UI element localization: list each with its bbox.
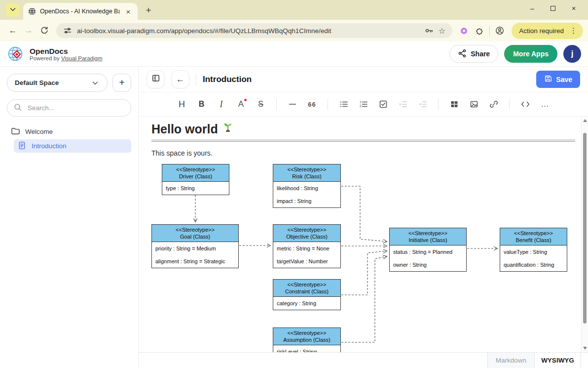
toolbar-link-icon[interactable] xyxy=(486,97,501,112)
uml-stereotype-label: <<Stereotype>> xyxy=(274,226,339,233)
toolbar-horizontal-rule-icon[interactable] xyxy=(285,97,300,112)
toolbar-italic-button[interactable]: I xyxy=(214,97,229,112)
uml-class-goal[interactable]: <<Stereotype>>Goal (Class)priority : Str… xyxy=(151,224,239,268)
subtitle-prefix: Powered by xyxy=(30,55,61,61)
action-required-button[interactable]: Action required ⋮ xyxy=(512,23,583,39)
document-header: ← Introduction Save xyxy=(139,67,588,92)
toggle-sidebar-button[interactable] xyxy=(147,70,165,88)
uml-class-assumption[interactable]: <<Stereotype>>Assumption (Class)riskLeve… xyxy=(273,327,341,352)
uml-class-initiative[interactable]: <<Stereotype>>Initiative (Class)status :… xyxy=(389,228,467,272)
space-selector[interactable]: Default Space xyxy=(7,74,108,92)
toolbar-strikethrough-button[interactable]: S xyxy=(253,97,268,112)
save-button[interactable]: Save xyxy=(536,71,580,88)
site-settings-icon[interactable] xyxy=(63,26,72,35)
toolbar-ordered-list-icon[interactable]: 12 xyxy=(356,97,371,112)
toolbar-task-list-icon[interactable] xyxy=(375,97,391,112)
toolbar-more-button[interactable]: … xyxy=(537,97,552,112)
uml-attribute: type : String xyxy=(162,182,229,195)
extension-ring-icon[interactable] xyxy=(461,28,467,34)
minimize-icon[interactable]: – xyxy=(522,0,543,17)
back-icon[interactable]: ← xyxy=(5,23,21,39)
sidebar-item-welcome[interactable]: Welcome xyxy=(7,125,131,138)
uml-class-name: Objective (Class) xyxy=(274,233,339,240)
doc-heading-text: Hello world xyxy=(151,122,218,136)
browser-tab[interactable]: OpenDocs - AI Knowledge Base × xyxy=(23,3,138,20)
toolbar-font-color-button[interactable]: A xyxy=(233,97,249,112)
maximize-icon[interactable] xyxy=(543,0,563,17)
toolbar-code-block-icon[interactable] xyxy=(517,97,533,112)
more-apps-button[interactable]: More Apps xyxy=(504,45,557,63)
toolbar-outdent-icon[interactable] xyxy=(415,97,430,112)
app-header: OpenDocs Powered by Visual Paradigm Shar… xyxy=(0,41,588,67)
url-text[interactable]: ai-toolbox.visual-paradigm.com/app/opend… xyxy=(77,27,420,35)
browser-menu-button[interactable] xyxy=(6,3,19,17)
back-button[interactable]: ← xyxy=(171,70,189,88)
tab-close-icon[interactable]: × xyxy=(124,7,133,16)
uml-class-risk[interactable]: <<Stereotype>>Risk (Class)likelihood : S… xyxy=(273,164,341,208)
editor-toolbar: HBIAS6612… xyxy=(139,92,588,117)
doc-heading[interactable]: Hello world 🌱 xyxy=(151,122,575,142)
bookmark-star-icon[interactable]: ☆ xyxy=(439,26,445,36)
space-selector-value: Default Space xyxy=(15,79,59,86)
uml-class-name: Driver (Class) xyxy=(163,173,228,180)
sidebar-item-introduction[interactable]: Introduction xyxy=(14,139,131,153)
search-input[interactable] xyxy=(27,104,125,112)
toolbar-divider xyxy=(438,99,439,110)
forward-icon[interactable]: → xyxy=(21,23,37,39)
extensions-puzzle-icon[interactable] xyxy=(475,26,484,35)
editor-scrollbar[interactable] xyxy=(581,117,588,352)
toolbar-bullet-list-icon[interactable] xyxy=(336,97,351,112)
toolbar-indent-icon[interactable] xyxy=(395,97,410,112)
more-apps-label: More Apps xyxy=(513,50,549,58)
browser-kebab-menu-icon[interactable]: ⋮ xyxy=(568,26,579,35)
tab-wysiwyg[interactable]: WYSIWYG xyxy=(534,353,581,368)
search-box[interactable] xyxy=(7,99,131,117)
toolbar-image-icon[interactable] xyxy=(466,97,481,112)
uml-class-constraint[interactable]: <<Stereotype>>Constraint (Class)category… xyxy=(273,279,341,310)
uml-class-header: <<Stereotype>>Benefit (Class) xyxy=(500,228,567,245)
uml-class-header: <<Stereotype>>Objective (Class) xyxy=(273,225,340,242)
svg-text:1: 1 xyxy=(360,100,362,104)
address-bar[interactable]: ai-toolbox.visual-paradigm.com/app/opend… xyxy=(56,23,452,38)
profile-icon[interactable] xyxy=(495,26,504,35)
uml-class-name: Goal (Class) xyxy=(153,233,237,240)
toolbar-divider xyxy=(509,99,510,110)
document-icon xyxy=(18,141,26,151)
visual-paradigm-link[interactable]: Visual Paradigm xyxy=(61,55,103,61)
toolbar-heading-button[interactable]: H xyxy=(174,97,189,112)
window-controls: – × xyxy=(522,0,584,17)
uml-class-attributes: valueType : Stringquantification : Strin… xyxy=(500,245,567,271)
uml-diagram[interactable]: <<Stereotype>>Driver (Class)type : Strin… xyxy=(151,161,571,352)
doc-paragraph[interactable]: This space is yours. xyxy=(151,149,575,157)
scroll-up-icon[interactable] xyxy=(583,119,587,122)
uml-stereotype-label: <<Stereotype>> xyxy=(274,281,339,288)
uml-class-name: Assumption (Class) xyxy=(274,336,339,343)
uml-attribute: priority : String = Medium xyxy=(152,242,238,255)
share-label: Share xyxy=(471,50,490,58)
close-icon[interactable]: × xyxy=(563,0,584,17)
reload-icon[interactable] xyxy=(37,23,52,39)
tab-markdown[interactable]: Markdown xyxy=(487,353,534,368)
uml-class-attributes: priority : String = Mediumalignment : St… xyxy=(152,242,238,268)
uml-stereotype-label: <<Stereotype>> xyxy=(274,329,339,336)
password-key-icon[interactable] xyxy=(425,26,434,35)
share-button[interactable]: Share xyxy=(449,45,498,63)
uml-class-header: <<Stereotype>>Risk (Class) xyxy=(273,164,340,182)
add-space-button[interactable]: + xyxy=(112,74,131,92)
uml-attribute: riskLevel : String xyxy=(273,345,340,352)
opendocs-logo-icon xyxy=(7,45,25,63)
editor-canvas[interactable]: Hello world 🌱 This space is yours. <<Ste… xyxy=(139,117,581,352)
uml-class-objective[interactable]: <<Stereotype>>Objective (Class)metric : … xyxy=(273,224,341,268)
editor-footer: Markdown WYSIWYG xyxy=(139,352,588,368)
uml-class-attributes: category : String xyxy=(273,297,340,310)
toolbar-table-icon[interactable] xyxy=(446,97,462,112)
user-avatar[interactable]: j xyxy=(563,45,581,63)
new-tab-button[interactable]: + xyxy=(142,3,155,17)
scroll-down-icon[interactable] xyxy=(583,347,587,350)
uml-class-benefit[interactable]: <<Stereotype>>Benefit (Class)valueType :… xyxy=(500,228,567,272)
scrollbar-thumb[interactable] xyxy=(583,133,587,324)
uml-class-driver[interactable]: <<Stereotype>>Driver (Class)type : Strin… xyxy=(162,164,229,195)
action-required-label: Action required xyxy=(519,27,564,35)
toolbar-bold-button[interactable]: B xyxy=(194,97,209,112)
toolbar-blockquote-button[interactable]: 66 xyxy=(304,97,320,112)
